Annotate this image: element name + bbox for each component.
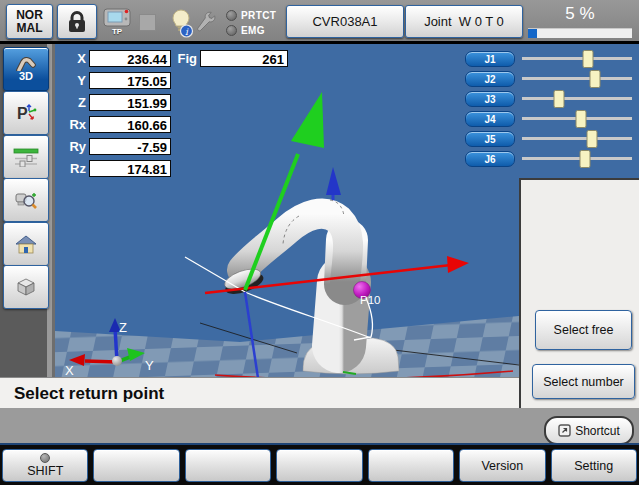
shift-key[interactable]: SHIFT <box>2 449 88 482</box>
lock-button[interactable] <box>57 4 97 39</box>
coord-row-ry: Ry -7.59 <box>58 138 171 155</box>
jog-row-j2: J2 <box>465 71 635 87</box>
select-number-button[interactable]: Select number <box>532 364 635 399</box>
setting-key[interactable]: Setting <box>551 449 637 482</box>
select-number-label: Select number <box>543 375 624 389</box>
selection-panel: Select free Select number <box>519 178 639 409</box>
status-message-bar: Select return point <box>0 377 519 408</box>
speed-progress-bar <box>528 28 632 38</box>
coord-value-rz: 174.81 <box>89 160 171 177</box>
coord-label-x: X <box>58 51 86 66</box>
mode-line1: NOR <box>16 9 43 22</box>
shortcut-label: Shortcut <box>575 424 620 438</box>
sidebar-item-position[interactable]: P <box>3 91 49 135</box>
coord-value-z: 151.99 <box>89 94 171 111</box>
fig-label: Fig <box>173 51 197 66</box>
shortcut-button[interactable]: Shortcut <box>544 416 634 445</box>
coord-label-y: Y <box>58 73 86 88</box>
coord-label-rx: Rx <box>58 117 86 132</box>
status-message: Select return point <box>14 384 164 403</box>
jog-button-j5[interactable]: J5 <box>465 131 515 147</box>
shift-key-label: SHIFT <box>27 464 63 478</box>
jog-thumb-j4[interactable] <box>576 110 587 128</box>
select-free-button[interactable]: Select free <box>535 310 632 350</box>
function-key-bar: SHIFT Version Setting <box>0 443 639 485</box>
speed-percentage: 5 % <box>528 4 632 24</box>
coord-label-ry: Ry <box>58 139 86 154</box>
sidebar-item-parts[interactable] <box>3 265 49 309</box>
jog-button-j6[interactable]: J6 <box>465 151 515 167</box>
lamp-status-icon: i <box>165 6 195 38</box>
jog-row-j6: J6 <box>465 151 635 167</box>
sidebar-item-3d-view[interactable]: 3D <box>3 47 49 91</box>
mode-line2: MAL <box>17 22 43 35</box>
jog-thumb-j1[interactable] <box>583 50 594 68</box>
coord-value-x: 236.44 <box>89 50 171 67</box>
teach-pendant-icon: TP <box>100 7 134 39</box>
function-key-2[interactable] <box>185 449 271 482</box>
prtct-indicator: PRTCT <box>226 9 276 21</box>
fig-row: Fig 261 <box>173 50 288 67</box>
jog-slider-j2[interactable] <box>522 77 632 80</box>
point-p10-label: P10 <box>360 294 380 306</box>
function-key-3[interactable] <box>276 449 362 482</box>
jog-slider-j5[interactable] <box>522 137 632 140</box>
speed-progress-fill <box>528 29 537 38</box>
jog-thumb-j3[interactable] <box>554 90 565 108</box>
prtct-lamp-icon <box>226 10 237 21</box>
left-toolbar: 3D P <box>0 44 55 377</box>
jog-button-j4[interactable]: J4 <box>465 111 515 127</box>
sidebar-item-home[interactable] <box>3 222 49 266</box>
jog-slider-j1[interactable] <box>522 57 632 60</box>
jog-thumb-j6[interactable] <box>579 150 590 168</box>
sidebar-item-3d-label: 3D <box>19 71 33 82</box>
stop-square-icon <box>139 14 156 31</box>
jog-button-j2[interactable]: J2 <box>465 71 515 87</box>
shortcut-bar: Shortcut <box>0 408 639 443</box>
cube-icon <box>15 277 37 297</box>
function-key-1[interactable] <box>93 449 179 482</box>
jog-slider-j6[interactable] <box>522 157 632 160</box>
teach-pendant-screen: NOR MAL TP <box>0 0 639 485</box>
world-z-label: Z <box>119 320 127 335</box>
fig-value: 261 <box>200 50 288 67</box>
jog-row-j3: J3 <box>465 91 635 107</box>
svg-text:P: P <box>17 105 28 122</box>
coord-row-y: Y 175.05 <box>58 72 171 89</box>
wrench-icon <box>197 5 223 39</box>
program-name-button[interactable]: CVR038A1 <box>286 5 404 38</box>
jog-slider-j3[interactable] <box>522 97 632 100</box>
lock-icon <box>66 10 88 34</box>
sidebar-item-search[interactable] <box>3 178 49 222</box>
function-key-4[interactable] <box>368 449 454 482</box>
prtct-label: PRTCT <box>241 10 276 21</box>
joint-mode-button[interactable]: Joint W 0 T 0 <box>405 5 523 38</box>
coord-row-rz: Rz 174.81 <box>58 160 171 177</box>
position-p-icon: P <box>13 102 39 124</box>
world-y-label: Y <box>145 358 154 373</box>
jog-button-j1[interactable]: J1 <box>465 51 515 67</box>
world-x-label: X <box>65 363 74 377</box>
coord-value-rx: 160.66 <box>89 116 171 133</box>
coord-label-rz: Rz <box>58 161 86 176</box>
version-key-label: Version <box>481 459 523 473</box>
coord-row-x: X 236.44 <box>58 50 171 67</box>
jog-row-j1: J1 <box>465 51 635 67</box>
mode-button[interactable]: NOR MAL <box>6 4 53 39</box>
tp-label: TP <box>112 28 122 36</box>
jog-row-j4: J4 <box>465 111 635 127</box>
jog-row-j5: J5 <box>465 131 635 147</box>
jog-thumb-j5[interactable] <box>587 130 598 148</box>
robot-arm-icon <box>14 56 38 71</box>
shift-lamp-icon <box>40 453 50 463</box>
sidebar-item-jog-settings[interactable] <box>3 135 49 179</box>
top-status-bar: NOR MAL TP <box>0 0 639 44</box>
jog-thumb-j2[interactable] <box>589 70 600 88</box>
jog-slider-j4[interactable] <box>522 117 632 120</box>
emg-indicator: EMG <box>226 24 265 36</box>
emg-lamp-icon <box>226 25 237 36</box>
coord-row-z: Z 151.99 <box>58 94 171 111</box>
jog-button-j3[interactable]: J3 <box>465 91 515 107</box>
coord-value-y: 175.05 <box>89 72 171 89</box>
version-key[interactable]: Version <box>459 449 545 482</box>
